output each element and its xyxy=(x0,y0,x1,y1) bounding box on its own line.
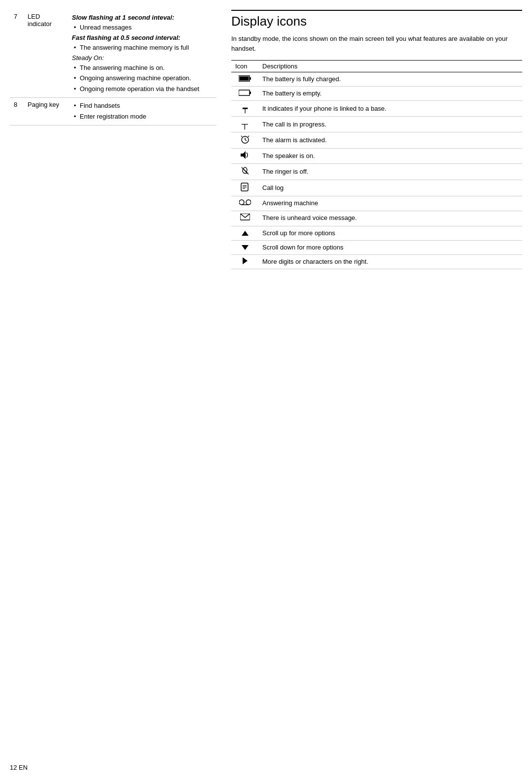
svg-marker-22 xyxy=(243,257,248,264)
svg-rect-1 xyxy=(239,77,249,81)
scroll-down-icon xyxy=(231,240,258,254)
table-row: ┬The call is in progress. xyxy=(231,117,522,132)
icon-description: The speaker is on. xyxy=(258,149,522,164)
list-item: The answering machine is on. xyxy=(72,63,213,73)
more-right-icon xyxy=(231,254,258,269)
page-footer: 12 EN xyxy=(10,764,28,771)
table-row: 7 LED indicator Slow flashing at 1 secon… xyxy=(10,10,217,98)
svg-rect-4 xyxy=(250,92,251,94)
features-table: 7 LED indicator Slow flashing at 1 secon… xyxy=(10,10,217,125)
icon-description: The ringer is off. xyxy=(258,164,522,180)
battery-full-icon xyxy=(231,72,258,87)
fast-items-list: The answering machine memory is full xyxy=(72,43,213,53)
row-number: 7 xyxy=(10,10,24,98)
steady-items-list: The answering machine is on. Ongoing ans… xyxy=(72,63,213,94)
page-container: 7 LED indicator Slow flashing at 1 secon… xyxy=(10,10,522,269)
icons-table-header: Icon Descriptions xyxy=(231,61,522,72)
section-title: Display icons xyxy=(231,10,522,29)
list-item: Enter registration mode xyxy=(72,112,213,122)
battery-empty-icon xyxy=(231,87,258,101)
right-column: Display icons In standby mode, the icons… xyxy=(231,10,522,269)
section-intro: In standby mode, the icons shown on the … xyxy=(231,34,522,53)
svg-line-9 xyxy=(248,136,249,137)
svg-point-16 xyxy=(239,200,244,205)
icon-description: Scroll up for more options xyxy=(258,226,522,240)
row-label: LED indicator xyxy=(24,10,68,98)
svg-point-17 xyxy=(246,200,251,205)
alarm-icon xyxy=(231,132,258,149)
table-row: The battery is empty. xyxy=(231,87,522,101)
col-desc-header: Descriptions xyxy=(258,61,522,72)
paging-items-list: Find handsets Enter registration mode xyxy=(72,101,213,121)
table-row: Scroll up for more options xyxy=(231,226,522,240)
svg-marker-21 xyxy=(242,245,249,250)
table-row: There is unheard voice message. xyxy=(231,211,522,226)
call-log-icon xyxy=(231,180,258,196)
speaker-icon xyxy=(231,149,258,164)
table-row: Call log xyxy=(231,180,522,196)
icon-description: The alarm is activated. xyxy=(258,132,522,149)
icon-description: It indicates if your phone is linked to … xyxy=(258,101,522,117)
icon-description: The battery is empty. xyxy=(258,87,522,101)
icons-table: Icon Descriptions The battery is fully c… xyxy=(231,60,522,269)
scroll-up-icon xyxy=(231,226,258,240)
call-icon: ┬ xyxy=(231,117,258,132)
ringer-off-icon xyxy=(231,164,258,180)
row-content: Slow flashing at 1 second inteval: Unrea… xyxy=(68,10,217,98)
list-item: The answering machine memory is full xyxy=(72,43,213,53)
icon-description: The battery is fully charged. xyxy=(258,72,522,87)
icon-description: Call log xyxy=(258,180,522,196)
table-row: More digits or characters on the right. xyxy=(231,254,522,269)
icon-description: Answering machine xyxy=(258,196,522,211)
svg-marker-20 xyxy=(242,231,249,236)
icon-description: There is unheard voice message. xyxy=(258,211,522,226)
table-row: The alarm is activated. xyxy=(231,132,522,149)
row-content: Find handsets Enter registration mode xyxy=(68,98,217,125)
table-row: The battery is fully charged. xyxy=(231,72,522,87)
svg-rect-3 xyxy=(239,90,250,95)
slow-items-list: Unread messages xyxy=(72,23,213,32)
list-item: Ongoing answering machine operation. xyxy=(72,73,213,83)
list-item: Find handsets xyxy=(72,101,213,111)
icon-description: More digits or characters on the right. xyxy=(258,254,522,269)
svg-rect-2 xyxy=(250,77,251,80)
svg-line-7 xyxy=(245,140,247,141)
left-column: 7 LED indicator Slow flashing at 1 secon… xyxy=(10,10,217,125)
table-row: Scroll down for more options xyxy=(231,240,522,254)
list-item: Ongoing remote operation via the handset xyxy=(72,84,213,94)
table-row: ┯It indicates if your phone is linked to… xyxy=(231,101,522,117)
answering-machine-icon xyxy=(231,196,258,211)
table-row: 8 Paging key Find handsets Enter registr… xyxy=(10,98,217,125)
col-icon-header: Icon xyxy=(231,61,258,72)
table-row: The speaker is on. xyxy=(231,149,522,164)
table-row: The ringer is off. xyxy=(231,164,522,180)
table-row: Answering machine xyxy=(231,196,522,211)
voice-message-icon xyxy=(231,211,258,226)
fast-heading: Fast flashing at 0.5 second interval: xyxy=(72,34,180,41)
svg-line-8 xyxy=(241,136,242,137)
svg-marker-10 xyxy=(241,151,246,159)
list-item: Unread messages xyxy=(72,23,213,32)
icon-description: The call is in progress. xyxy=(258,117,522,132)
row-label: Paging key xyxy=(24,98,68,125)
row-number: 8 xyxy=(10,98,24,125)
icon-description: Scroll down for more options xyxy=(258,240,522,254)
signal-icon: ┯ xyxy=(231,101,258,117)
steady-heading: Steady On: xyxy=(72,54,104,62)
slow-heading: Slow flashing at 1 second inteval: xyxy=(72,14,174,21)
